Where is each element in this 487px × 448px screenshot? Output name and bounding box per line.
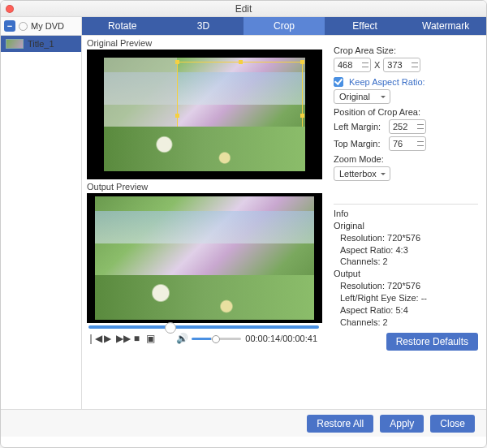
window-title: Edit [1, 3, 486, 15]
left-margin-label: Left Margin: [334, 122, 386, 131]
original-preview-label: Original Preview [87, 36, 321, 50]
crop-settings-panel: Crop Area Size: 468 X 373 Keep Aspect Ra… [325, 36, 486, 409]
fast-forward-button[interactable]: ▶▶ [116, 333, 127, 344]
playback-time: 00:00:14/00:00:41 [245, 334, 317, 343]
restore-all-button[interactable]: Restore All [307, 415, 373, 433]
dvd-label: My DVD [31, 21, 64, 31]
tab-watermark[interactable]: Watermark [405, 17, 486, 35]
keep-aspect-checkbox[interactable] [334, 77, 343, 87]
crop-width-input[interactable]: 468 [334, 58, 371, 72]
dvd-root-row[interactable]: − My DVD [1, 17, 82, 35]
crop-mask [104, 58, 177, 171]
collapse-icon[interactable]: − [4, 20, 15, 32]
info-output-heading: Output [334, 268, 478, 280]
aspect-ratio-select[interactable]: Original [334, 89, 390, 104]
sidebar-item-label: Title_1 [28, 39, 54, 49]
play-button[interactable]: ▶ [102, 333, 112, 344]
seek-slider[interactable] [88, 325, 319, 329]
apply-button[interactable]: Apply [380, 415, 424, 433]
zoom-mode-select[interactable]: Letterbox [334, 166, 390, 181]
volume-slider[interactable] [192, 338, 241, 340]
top-margin-label: Top Margin: [334, 139, 386, 149]
crop-rectangle[interactable] [177, 62, 303, 169]
sidebar: Title_1 [1, 36, 82, 409]
title-thumbnail [6, 39, 24, 49]
crop-height-input[interactable]: 373 [383, 58, 420, 72]
restore-defaults-button[interactable]: Restore Defaults [386, 333, 478, 351]
stop-button[interactable]: ■ [131, 333, 141, 344]
info-original-heading: Original [334, 220, 478, 232]
sidebar-item-title1[interactable]: Title_1 [1, 36, 81, 52]
info-block: Info Original Resolution: 720*576 Aspect… [334, 204, 478, 328]
top-margin-input[interactable]: 76 [389, 136, 426, 151]
original-preview[interactable] [87, 50, 322, 179]
select-radio[interactable] [19, 22, 28, 31]
close-button[interactable]: Close [430, 415, 475, 433]
titlebar: Edit [1, 1, 486, 17]
tab-bar: Rotate 3D Crop Effect Watermark [82, 17, 486, 35]
tab-crop[interactable]: Crop [244, 17, 325, 35]
keep-aspect-label: Keep Aspect Ratio: [349, 77, 425, 87]
output-preview [87, 193, 322, 323]
volume-icon[interactable]: 🔊 [176, 333, 187, 344]
left-margin-input[interactable]: 252 [389, 119, 426, 134]
crop-position-label: Position of Crop Area: [334, 107, 478, 117]
tab-rotate[interactable]: Rotate [82, 17, 163, 35]
zoom-mode-label: Zoom Mode: [334, 154, 478, 164]
footer: Restore All Apply Close [1, 409, 486, 437]
tab-3d[interactable]: 3D [163, 17, 244, 35]
tab-effect[interactable]: Effect [325, 17, 406, 35]
info-heading: Info [334, 208, 478, 220]
crop-size-label: Crop Area Size: [334, 45, 478, 55]
snapshot-button[interactable]: ▣ [145, 333, 155, 344]
crop-x-separator: X [374, 60, 380, 70]
prev-frame-button[interactable]: ❘◀ [87, 333, 98, 344]
output-preview-label: Output Preview [87, 179, 321, 193]
